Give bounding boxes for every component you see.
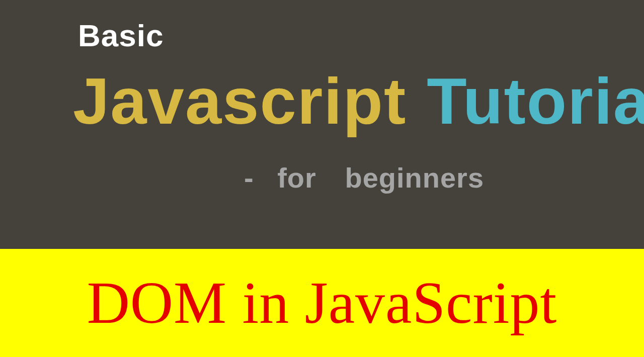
subtitle-for: for: [277, 162, 316, 194]
banner-top-section: Basic Javascript Tutorial - for beginner…: [0, 0, 644, 249]
javascript-word: Javascript: [73, 68, 407, 134]
tutorial-banner: Basic Javascript Tutorial - for beginner…: [0, 0, 644, 357]
title-line: Javascript Tutorial: [73, 68, 614, 134]
subtitle-beginners: beginners: [345, 162, 484, 194]
subtitle-line: - for beginners: [244, 161, 614, 194]
subtitle-dash: -: [244, 162, 254, 194]
dom-title: DOM in JavaScript: [87, 269, 557, 337]
banner-bottom-section: DOM in JavaScript: [0, 249, 644, 357]
basic-label: Basic: [78, 18, 614, 53]
tutorial-word: Tutorial: [427, 68, 644, 134]
